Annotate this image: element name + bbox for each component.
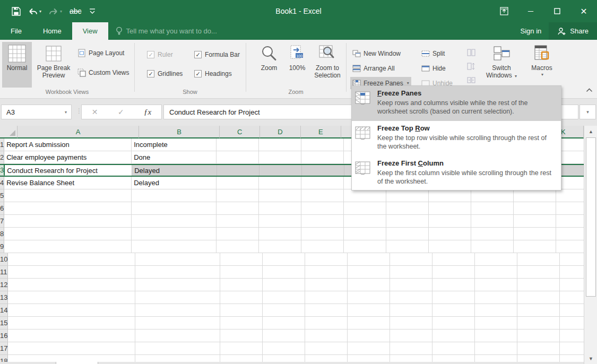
zoom-to-selection-button[interactable]: Zoom to Selection [310,42,345,88]
row-header-2[interactable]: 2 [0,151,4,164]
cell-K13[interactable] [560,291,584,304]
cell-F13[interactable] [348,291,390,304]
strikethrough-icon[interactable]: abc [70,7,82,15]
cell-J8[interactable] [514,228,556,240]
cell-B9[interactable] [132,240,217,253]
cell-E16[interactable] [305,330,348,342]
select-all-corner[interactable] [0,126,18,138]
collapse-ribbon-icon[interactable] [586,88,593,92]
cell-C17[interactable] [220,342,263,355]
cell-J17[interactable] [517,342,560,355]
minimize-icon[interactable]: ─ [517,0,544,22]
row-header-1[interactable]: 1 [0,138,4,151]
cell-C8[interactable] [217,228,259,240]
cell-E4[interactable] [301,177,344,189]
cell-A2[interactable]: Clear employee payments [4,151,132,164]
cell-A12[interactable] [8,279,135,291]
menu-item-freeze-top-row[interactable]: Freeze Top Row Keep the top row visible … [352,121,561,156]
cell-A10[interactable] [8,253,135,266]
cell-B10[interactable] [135,253,220,266]
row-header-15[interactable]: 15 [0,317,8,330]
column-header-D[interactable]: D [260,126,300,138]
row-header-11[interactable]: 11 [0,266,8,279]
name-box[interactable]: A3 ▾ [1,105,72,119]
cell-I7[interactable] [471,215,514,228]
cell-B14[interactable] [135,304,220,317]
row-header-14[interactable]: 14 [0,304,8,317]
tell-me-box[interactable]: Tell me what you want to do... [116,22,217,40]
row-header-3[interactable]: 3 [0,165,5,176]
cell-G17[interactable] [390,342,432,355]
cell-K17[interactable] [560,342,584,355]
cell-F9[interactable] [344,240,386,253]
cell-K16[interactable] [560,330,584,342]
row-header-17[interactable]: 17 [0,342,8,355]
cell-K5[interactable] [556,189,584,202]
gridlines-checkbox[interactable]: ✓ Gridlines [147,68,183,79]
cell-G12[interactable] [390,279,432,291]
zoom-button[interactable]: Zoom [254,42,284,88]
cell-K9[interactable] [556,240,584,253]
cell-A8[interactable] [4,228,132,240]
cell-J14[interactable] [517,304,560,317]
cell-J6[interactable] [514,202,556,215]
cell-E2[interactable] [301,151,344,164]
cell-E6[interactable] [301,202,344,215]
cell-F17[interactable] [348,342,390,355]
cell-C11[interactable] [220,266,263,279]
cell-A16[interactable] [8,330,135,342]
undo-dropdown-icon[interactable]: ▾ [39,9,41,14]
cell-D8[interactable] [259,228,301,240]
cell-J5[interactable] [514,189,556,202]
normal-view-button[interactable]: Normal [2,42,32,88]
cell-B8[interactable] [132,228,217,240]
cell-G8[interactable] [386,228,429,240]
cell-D15[interactable] [263,317,305,330]
cell-B17[interactable] [135,342,220,355]
headings-checkbox[interactable]: ✓ Headings [194,68,232,79]
row-header-13[interactable]: 13 [0,291,8,304]
cell-K6[interactable] [556,202,584,215]
cell-K7[interactable] [556,215,584,228]
cell-D10[interactable] [263,253,305,266]
cell-H14[interactable] [432,304,475,317]
cell-F7[interactable] [344,215,386,228]
cell-I13[interactable] [475,291,517,304]
cell-A17[interactable] [8,342,135,355]
cell-H13[interactable] [432,291,475,304]
cell-D5[interactable] [259,189,301,202]
zoom-100-button[interactable]: 100 100% [285,42,309,88]
hide-button[interactable]: Hide [419,62,448,74]
cell-A9[interactable] [4,240,132,253]
column-header-C[interactable]: C [220,126,260,138]
cell-D4[interactable] [259,177,301,189]
cell-B6[interactable] [132,202,217,215]
share-button[interactable]: Share [549,22,597,40]
cell-H12[interactable] [432,279,475,291]
cell-K8[interactable] [556,228,584,240]
cell-E15[interactable] [305,317,348,330]
cell-D1[interactable] [259,138,301,151]
cell-I6[interactable] [471,202,514,215]
switch-windows-button[interactable]: Switch Windows ▾ [482,42,521,88]
scroll-down-icon[interactable]: ▼ [586,354,596,363]
cell-J7[interactable] [514,215,556,228]
cell-D11[interactable] [263,266,305,279]
cell-G5[interactable] [386,189,429,202]
cell-F12[interactable] [348,279,390,291]
cell-G9[interactable] [386,240,429,253]
cell-F6[interactable] [344,202,386,215]
cell-C12[interactable] [220,279,263,291]
macros-button[interactable]: Macros ▾ [524,42,559,88]
cell-F5[interactable] [344,189,386,202]
page-layout-button[interactable]: Page Layout [75,47,126,59]
cell-G11[interactable] [390,266,432,279]
cell-A14[interactable] [8,304,135,317]
cell-I14[interactable] [475,304,517,317]
cell-E3[interactable] [302,165,344,176]
cell-D17[interactable] [263,342,305,355]
cell-C10[interactable] [220,253,263,266]
cell-G6[interactable] [386,202,429,215]
cell-B5[interactable] [132,189,217,202]
cell-C5[interactable] [217,189,259,202]
